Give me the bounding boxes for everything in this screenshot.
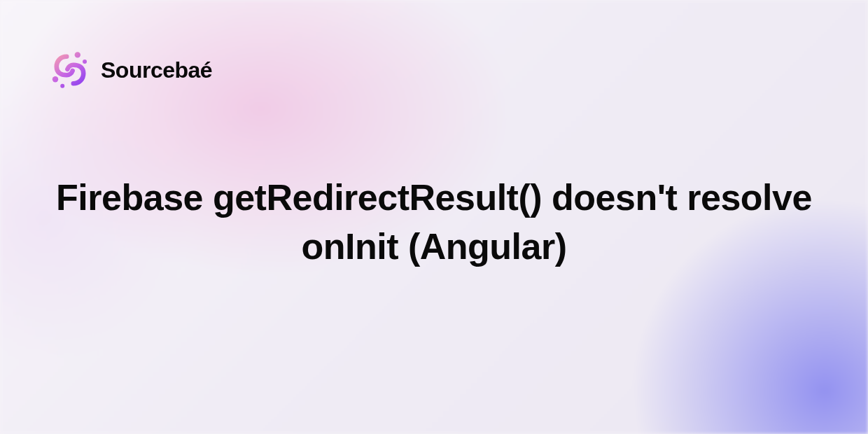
svg-point-3	[60, 84, 64, 88]
brand-name: Sourcebaé	[101, 57, 212, 83]
svg-point-0	[75, 52, 80, 57]
svg-point-2	[52, 76, 58, 82]
sourcebae-logo-icon	[49, 49, 91, 91]
svg-point-1	[83, 59, 87, 64]
page-headline: Firebase getRedirectResult() doesn't res…	[43, 173, 825, 271]
content-container: Sourcebaé Firebase getRedirectResult() d…	[0, 0, 868, 434]
brand-logo: Sourcebaé	[49, 49, 212, 91]
